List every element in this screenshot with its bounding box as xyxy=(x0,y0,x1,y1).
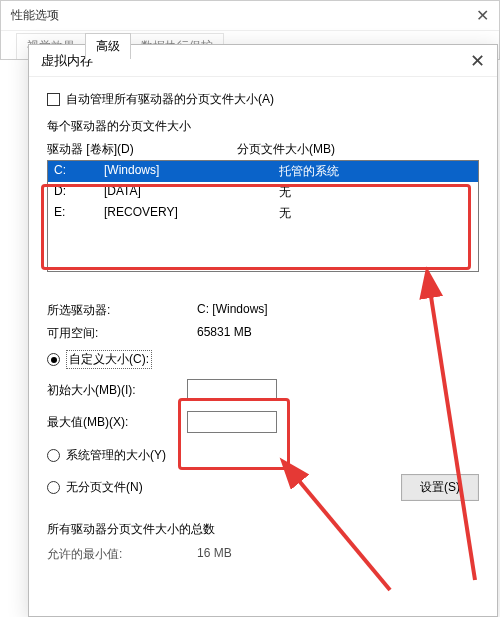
radio-custom-size[interactable]: 自定义大小(C): xyxy=(47,350,479,369)
drive-letter: C: xyxy=(54,163,104,180)
drive-volume: [RECOVERY] xyxy=(104,205,279,222)
performance-options-title: 性能选项 xyxy=(11,7,59,24)
drive-volume: [DATA] xyxy=(104,184,279,201)
free-space-row: 可用空间: 65831 MB xyxy=(47,325,479,342)
header-drive: 驱动器 [卷标](D) xyxy=(47,141,237,158)
set-button[interactable]: 设置(S) xyxy=(401,474,479,501)
close-icon[interactable]: ✕ xyxy=(470,52,485,70)
radio-icon[interactable] xyxy=(47,481,60,494)
radio-icon[interactable] xyxy=(47,353,60,366)
radio-no-paging[interactable]: 无分页文件(N) xyxy=(47,479,143,496)
list-item[interactable]: E: [RECOVERY] 无 xyxy=(48,203,478,224)
allowed-min-value: 16 MB xyxy=(197,546,232,563)
header-paging: 分页文件大小(MB) xyxy=(237,141,335,158)
radio-system-label: 系统管理的大小(Y) xyxy=(66,447,166,464)
free-space-label: 可用空间: xyxy=(47,325,197,342)
allowed-min-row: 允许的最小值: 16 MB xyxy=(47,546,479,563)
radio-custom-label: 自定义大小(C): xyxy=(66,350,152,369)
auto-manage-row[interactable]: 自动管理所有驱动器的分页文件大小(A) xyxy=(47,91,479,108)
allowed-min-label: 允许的最小值: xyxy=(47,546,197,563)
initial-size-row: 初始大小(MB)(I): xyxy=(47,379,479,401)
selected-drive-value: C: [Windows] xyxy=(197,302,268,319)
checkbox-icon[interactable] xyxy=(47,93,60,106)
drive-status: 无 xyxy=(279,184,472,201)
drive-list[interactable]: C: [Windows] 托管的系统 D: [DATA] 无 E: [RECOV… xyxy=(47,160,479,272)
list-item[interactable]: D: [DATA] 无 xyxy=(48,182,478,203)
drive-volume: [Windows] xyxy=(104,163,279,180)
list-item[interactable]: C: [Windows] 托管的系统 xyxy=(48,161,478,182)
radio-none-label: 无分页文件(N) xyxy=(66,479,143,496)
totals-label: 所有驱动器分页文件大小的总数 xyxy=(47,521,479,538)
virtual-memory-dialog: 虚拟内存 ✕ 自动管理所有驱动器的分页文件大小(A) 每个驱动器的分页文件大小 … xyxy=(28,44,498,617)
initial-size-input[interactable] xyxy=(187,379,277,401)
close-icon[interactable]: ✕ xyxy=(476,6,489,25)
free-space-value: 65831 MB xyxy=(197,325,252,342)
drive-letter: D: xyxy=(54,184,104,201)
drive-letter: E: xyxy=(54,205,104,222)
selected-drive-row: 所选驱动器: C: [Windows] xyxy=(47,302,479,319)
max-size-input[interactable] xyxy=(187,411,277,433)
initial-size-label: 初始大小(MB)(I): xyxy=(47,382,187,399)
drive-list-header: 驱动器 [卷标](D) 分页文件大小(MB) xyxy=(47,141,479,158)
performance-options-titlebar: 性能选项 ✕ xyxy=(1,1,499,31)
tab-advanced[interactable]: 高级 xyxy=(85,33,131,59)
max-size-label: 最大值(MB)(X): xyxy=(47,414,187,431)
max-size-row: 最大值(MB)(X): xyxy=(47,411,479,433)
radio-system-managed[interactable]: 系统管理的大小(Y) xyxy=(47,447,479,464)
auto-manage-label: 自动管理所有驱动器的分页文件大小(A) xyxy=(66,91,274,108)
selected-drive-label: 所选驱动器: xyxy=(47,302,197,319)
per-drive-label: 每个驱动器的分页文件大小 xyxy=(47,118,479,135)
drive-status: 无 xyxy=(279,205,472,222)
drive-status: 托管的系统 xyxy=(279,163,472,180)
radio-icon[interactable] xyxy=(47,449,60,462)
